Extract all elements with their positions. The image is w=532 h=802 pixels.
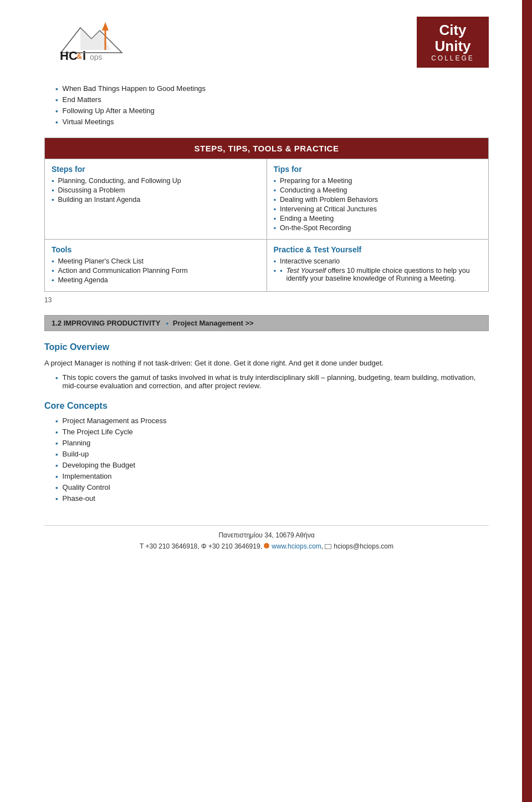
topic-overview-bullet-1: This topic covers the gamut of tasks inv…: [55, 373, 489, 390]
practice-bullet-icon: ▪: [280, 267, 282, 275]
core-concept-1: Project Management as Process: [55, 417, 489, 425]
core-concepts-section: Core Concepts Project Management as Proc…: [44, 401, 489, 503]
tips-list: Preparing for a Meeting Conducting a Mee…: [274, 177, 482, 232]
tools-item-1: Meeting Planer's Check List: [52, 257, 260, 265]
svg-text:i: i: [83, 49, 86, 61]
topic-overview-bullets: This topic covers the gamut of tasks inv…: [55, 373, 489, 390]
tools-header: Tools: [52, 245, 260, 254]
city-unity-logo: City Unity COLLEGE: [417, 17, 489, 68]
section-bar-title: 1.2 IMPROVING PRODUCTIVITY: [52, 319, 160, 327]
steps-tips-table: STEPS, TIPS, TOOLS & PRACTICE Steps for …: [44, 138, 489, 292]
tips-item-3: Dealing with Problem Behaviors: [274, 196, 482, 204]
practice-item-2: ▪ Test Yourself offers 10 multiple choic…: [274, 267, 482, 282]
svg-text:ops: ops: [90, 53, 103, 61]
footer-fax: Φ +30 210 3646919: [201, 542, 260, 550]
steps-item-3: Building an Instant Agenda: [52, 196, 260, 204]
table-header: STEPS, TIPS, TOOLS & PRACTICE: [45, 138, 489, 159]
core-concepts-heading: Core Concepts: [44, 401, 489, 411]
tips-header: Tips for: [274, 165, 482, 174]
intro-bullet-list: When Bad Things Happen to Good Meetings …: [55, 84, 489, 126]
tips-item-4: Intervening at Critical Junctures: [274, 205, 482, 213]
footer-contact: T +30 210 3646918, Φ +30 210 3646919, ww…: [44, 542, 489, 550]
practice-item-1: Interactive scenario: [274, 257, 482, 265]
tools-cell: Tools Meeting Planer's Check List Action…: [45, 240, 267, 292]
page-footer: Πανεπιστημίου 34, 10679 Αθήνα T +30 210 …: [44, 525, 489, 550]
footer-phone: T +30 210 3646918: [140, 542, 197, 550]
unity-text: Unity: [424, 38, 481, 54]
intro-bullet-2: End Matters: [55, 95, 489, 104]
practice-list: Interactive scenario ▪ Test Yourself off…: [274, 257, 482, 282]
svg-marker-1: [80, 28, 111, 50]
footer-email: hciops@hciops.com: [334, 542, 393, 550]
core-concept-2: The Project Life Cycle: [55, 428, 489, 436]
core-concept-8: Phase-out: [55, 494, 489, 503]
steps-header: Steps for: [52, 165, 260, 174]
intro-bullet-3: Following Up After a Meeting: [55, 106, 489, 115]
tools-item-3: Meeting Agenda: [52, 276, 260, 284]
footer-website-link[interactable]: www.hciops.com: [272, 542, 321, 550]
topic-overview-heading: Topic Overview: [44, 342, 489, 352]
tools-list: Meeting Planer's Check List Action and C…: [52, 257, 260, 284]
core-concepts-list: Project Management as Process The Projec…: [55, 417, 489, 503]
tips-cell: Tips for Preparing for a Meeting Conduct…: [267, 159, 489, 240]
tips-item-6: On-the-Spot Recording: [274, 224, 482, 232]
page-number-row: 13: [44, 296, 489, 304]
steps-item-2: Discussing a Problem: [52, 186, 260, 194]
tools-item-2: Action and Communication Planning Form: [52, 267, 260, 275]
steps-item-1: Planning, Conducting, and Following Up: [52, 177, 260, 185]
hci-logo: HC & i ops HOTEL, CATERING & INSTITUTION…: [44, 17, 144, 61]
footer-address: Πανεπιστημίου 34, 10679 Αθήνα: [44, 531, 489, 539]
svg-marker-3: [102, 22, 109, 31]
side-decoration: [522, 0, 532, 802]
intro-bullet-4: Virtual Meetings: [55, 118, 489, 126]
practice-item-2-text: Test Yourself offers 10 multiple choice …: [286, 267, 482, 282]
practice-header: Practice & Test Yourself: [274, 245, 482, 254]
core-concept-3: Planning: [55, 439, 489, 448]
college-text: COLLEGE: [424, 55, 481, 62]
page-number: 13: [44, 296, 52, 304]
footer-website-icon: [264, 542, 272, 550]
intro-bullet-1: When Bad Things Happen to Good Meetings: [55, 84, 489, 93]
core-concept-4: Build-up: [55, 450, 489, 459]
steps-cell: Steps for Planning, Conducting, and Foll…: [45, 159, 267, 240]
core-concept-5: Developing the Budget: [55, 461, 489, 470]
svg-text:HC: HC: [60, 49, 78, 61]
section-bar-subtitle: Project Management >>: [173, 319, 254, 327]
section-bar-bullet-icon: ▪: [166, 319, 168, 327]
tips-item-5: Ending a Meeting: [274, 215, 482, 222]
tips-item-1: Preparing for a Meeting: [274, 177, 482, 185]
hci-logo-svg: HC & i ops HOTEL, CATERING & INSTITUTION…: [50, 17, 139, 61]
core-concept-6: Implementation: [55, 472, 489, 481]
city-text: City: [424, 22, 481, 38]
core-concept-7: Quality Control: [55, 483, 489, 492]
tips-item-2: Conducting a Meeting: [274, 186, 482, 194]
page-header: HC & i ops HOTEL, CATERING & INSTITUTION…: [44, 17, 489, 68]
footer-email-icon: [325, 542, 334, 550]
steps-list: Planning, Conducting, and Following Up D…: [52, 177, 260, 204]
svg-text:&: &: [76, 52, 82, 60]
practice-cell: Practice & Test Yourself Interactive sce…: [267, 240, 489, 292]
topic-overview-body1: A project Manager is nothing if not task…: [44, 358, 489, 369]
topic-overview-section: Topic Overview A project Manager is noth…: [44, 342, 489, 390]
section-bar: 1.2 IMPROVING PRODUCTIVITY ▪ Project Man…: [44, 315, 489, 331]
